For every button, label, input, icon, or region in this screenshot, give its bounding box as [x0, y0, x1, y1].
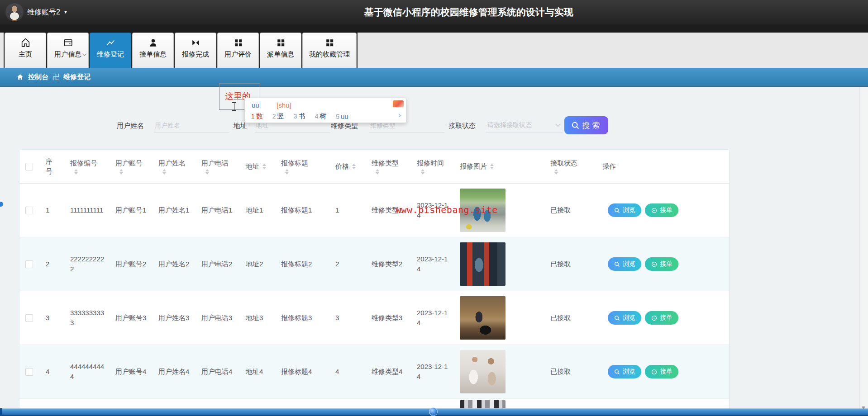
tab-home[interactable]: 主页 — [5, 33, 46, 68]
accept-button[interactable]: 接单 — [645, 203, 678, 217]
ime-candidate[interactable]: 1数 — [251, 112, 263, 121]
avatar[interactable] — [5, 3, 24, 21]
magnifier-icon — [614, 315, 620, 321]
cell-no: 3 — [38, 291, 60, 345]
magnifier-icon — [614, 261, 620, 268]
ime-candidate[interactable]: 4树 — [315, 112, 326, 121]
col-header-account: 用户账号 — [105, 150, 148, 183]
scrollbar-down-arrow-icon[interactable] — [862, 407, 865, 409]
horizontal-scrollbar-handle[interactable] — [429, 407, 438, 416]
candidate-text: 数 — [256, 112, 263, 120]
ime-candidates: 1数 2竖 3书 4树 5uu — [245, 112, 406, 121]
cell-report-no: 4444444444 — [60, 345, 105, 398]
cell-type: 维修类型2 — [362, 237, 407, 291]
table-row: 1 1111111111 用户账号1 用户姓名1 用户电话1 地址1 报修标题1… — [19, 184, 729, 237]
candidate-index: 2 — [272, 113, 276, 120]
accept-button[interactable]: 接单 — [645, 365, 678, 378]
accept-button[interactable]: 接单 — [645, 257, 678, 271]
filter-name-label: 用户姓名 — [117, 122, 144, 130]
cell-name: 用户姓名2 — [148, 237, 191, 291]
breadcrumb: 控制台 卍 维修登记 — [0, 68, 868, 87]
breadcrumb-current[interactable]: 维修登记 — [63, 73, 91, 81]
top-bar: 维修账号2 ▼ 基于微信小程序的校园维修管理系统的设计与实现 — [0, 0, 868, 24]
cell-type: 维修类型4 — [362, 345, 407, 398]
cell-address: 地址3 — [236, 291, 271, 345]
ime-candidate[interactable]: 2竖 — [272, 112, 284, 121]
ime-candidate[interactable]: 5uu — [336, 113, 348, 120]
magnifier-icon — [614, 369, 620, 375]
cell-no: 1 — [38, 184, 60, 237]
tab-label: 接单信息 — [139, 50, 167, 59]
candidate-text: 竖 — [277, 112, 284, 120]
repair-image[interactable] — [460, 350, 506, 393]
col-header-image: 报修图片 — [450, 150, 540, 183]
ime-tag: [shu] — [277, 101, 291, 109]
sort-icon[interactable] — [285, 169, 289, 175]
name-input[interactable] — [154, 118, 229, 133]
cell-no: 4 — [38, 345, 60, 398]
table-header: 序号 报修编号 用户账号 用户姓名 用户电话 地址 报修标题 价格 维修类型 报… — [19, 150, 729, 184]
sort-icon[interactable] — [205, 169, 209, 175]
ime-candidate[interactable]: 3书 — [294, 112, 305, 121]
sort-icon[interactable] — [119, 169, 123, 175]
row-checkbox[interactable] — [25, 260, 33, 268]
breadcrumb-separator: 卍 — [52, 73, 59, 81]
repair-image[interactable] — [460, 296, 506, 340]
cell-title: 报修标题3 — [271, 291, 325, 345]
browse-button[interactable]: 浏览 — [608, 257, 641, 271]
chevron-down-icon: ▼ — [63, 0, 68, 24]
sort-icon[interactable] — [74, 169, 78, 175]
candidate-index: 5 — [336, 113, 339, 120]
accept-button[interactable]: 接单 — [645, 311, 678, 325]
home-icon — [20, 36, 31, 49]
cell-phone: 用户电话2 — [191, 237, 236, 291]
tab-order-info[interactable]: 接单信息 — [132, 33, 174, 68]
cell-name: 用户姓名1 — [148, 184, 191, 237]
row-checkbox[interactable] — [25, 314, 33, 322]
left-scroll-dot[interactable] — [0, 202, 3, 207]
ime-logo-icon — [393, 100, 404, 107]
sort-icon[interactable] — [490, 164, 494, 169]
select-all-checkbox[interactable] — [25, 163, 33, 170]
grid-icon — [275, 36, 286, 49]
tab-dispatch-info[interactable]: 派单信息 — [260, 33, 301, 68]
candidate-text: uu — [341, 113, 348, 120]
cell-address: 地址4 — [236, 345, 271, 398]
tab-favorites[interactable]: 我的收藏管理 — [302, 33, 357, 68]
row-checkbox[interactable] — [25, 368, 33, 376]
browse-button[interactable]: 浏览 — [608, 365, 641, 378]
watermark: www.bishebang.site — [396, 204, 498, 215]
repair-image[interactable] — [460, 242, 506, 286]
browse-button[interactable]: 浏览 — [608, 311, 641, 325]
cell-account: 用户账号2 — [105, 237, 148, 291]
tab-repair-complete[interactable]: 报修完成 — [175, 33, 216, 68]
row-checkbox[interactable] — [25, 207, 33, 214]
tab-user-info[interactable]: 用户信息 — [47, 33, 89, 68]
cell-address: 地址1 — [236, 184, 271, 237]
ime-next-page-icon[interactable]: › — [398, 111, 401, 119]
tab-label: 主页 — [19, 50, 32, 59]
sort-icon[interactable] — [352, 164, 356, 169]
table-row: 2 2222222222 用户账号2 用户姓名2 用户电话2 地址2 报修标题2… — [19, 237, 729, 291]
cell-account: 用户账号4 — [105, 345, 148, 398]
sort-icon[interactable] — [554, 169, 558, 175]
sort-icon[interactable] — [162, 169, 166, 175]
cell-name: 用户姓名3 — [148, 291, 191, 345]
sort-icon[interactable] — [376, 169, 379, 175]
search-button[interactable]: 搜索 — [564, 116, 608, 134]
sort-icon[interactable] — [262, 164, 266, 169]
chevron-down-icon — [82, 50, 87, 58]
status-select[interactable]: 请选择接取状态 — [486, 118, 563, 132]
tab-user-reviews[interactable]: 用户评价 — [217, 33, 259, 68]
col-header-title: 报修标题 — [271, 150, 325, 183]
browse-button[interactable]: 浏览 — [608, 203, 641, 217]
col-header-name: 用户姓名 — [148, 150, 191, 183]
col-header-type: 维修类型 — [362, 150, 407, 183]
sort-icon[interactable] — [421, 169, 424, 175]
tab-repair-register[interactable]: 维修登记 — [90, 33, 131, 68]
vertical-scrollbar[interactable] — [859, 87, 868, 416]
account-menu[interactable]: 维修账号2 ▼ — [27, 0, 68, 24]
candidate-index: 1 — [251, 113, 255, 120]
breadcrumb-console[interactable]: 控制台 — [28, 73, 48, 81]
cell-address: 地址2 — [236, 237, 271, 291]
